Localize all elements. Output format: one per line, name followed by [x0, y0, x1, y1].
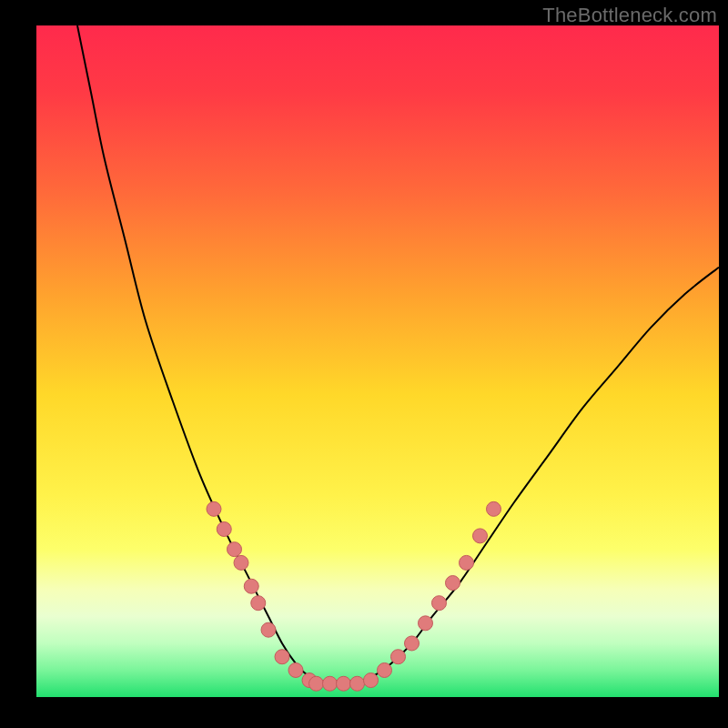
- bottleneck-curve: [77, 25, 719, 684]
- data-marker: [323, 676, 338, 691]
- data-marker: [251, 596, 266, 611]
- data-marker: [391, 650, 406, 664]
- curve-layer: [36, 25, 719, 697]
- data-marker: [378, 662, 392, 677]
- data-marker: [432, 596, 447, 611]
- data-marker: [419, 616, 433, 631]
- data-marker: [309, 676, 324, 691]
- data-marker: [217, 522, 231, 537]
- data-marker: [460, 555, 474, 570]
- data-marker: [337, 676, 351, 691]
- figure-canvas: TheBottleneck.com: [0, 0, 728, 728]
- data-marker: [446, 576, 460, 591]
- data-marker: [244, 579, 258, 593]
- marker-group: [207, 501, 501, 691]
- data-marker: [207, 501, 221, 516]
- plot-area: [36, 25, 719, 697]
- data-marker: [473, 529, 488, 543]
- data-marker: [275, 650, 289, 664]
- watermark-text: TheBottleneck.com: [542, 4, 717, 27]
- data-marker: [288, 662, 303, 677]
- data-marker: [487, 501, 501, 516]
- data-marker: [228, 542, 242, 557]
- data-marker: [234, 555, 248, 570]
- data-marker: [364, 673, 379, 688]
- data-marker: [350, 676, 365, 691]
- data-marker: [261, 622, 276, 637]
- data-marker: [405, 636, 420, 651]
